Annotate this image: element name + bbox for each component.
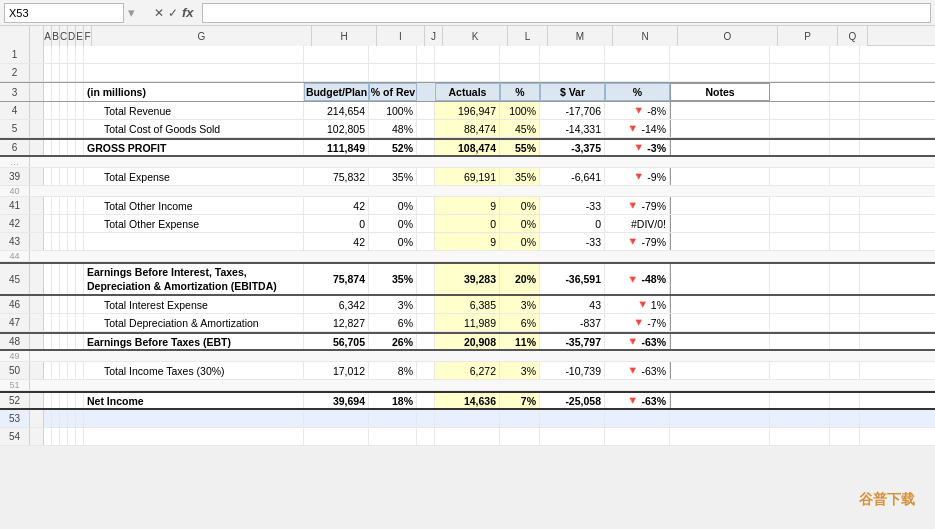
cell-43-bpct[interactable]: 0%	[369, 233, 417, 250]
cell-netincome-budget[interactable]: 39,694	[304, 393, 369, 408]
cell-ebt-var-pct[interactable]: 🔻-63%	[605, 334, 670, 349]
col-c-header[interactable]: C	[60, 26, 68, 46]
add-row-btn-43[interactable]	[30, 233, 44, 250]
cell-grossprofit-bpct[interactable]: 52%	[369, 140, 417, 155]
col-q-header[interactable]: Q	[838, 26, 868, 46]
cell-otherexp-actuals[interactable]: 0	[435, 215, 500, 232]
cell-1-o[interactable]	[670, 46, 770, 63]
cell-1-h[interactable]	[304, 46, 369, 63]
cell-otherinc-var-dollar[interactable]: -33	[540, 197, 605, 214]
col-g-header[interactable]: G	[92, 26, 312, 46]
add-row-btn-4[interactable]	[30, 102, 44, 119]
cell-grossprofit-budget[interactable]: 111,849	[304, 140, 369, 155]
cell-intexp-var-pct[interactable]: 🔻1%	[605, 296, 670, 313]
cell-da-bpct[interactable]: 6%	[369, 314, 417, 331]
cell-ebitda-var-dollar[interactable]: -36,591	[540, 264, 605, 294]
cell-ebt-budget[interactable]: 56,705	[304, 334, 369, 349]
cell-otherexp-bpct[interactable]: 0%	[369, 215, 417, 232]
cell-da-var-dollar[interactable]: -837	[540, 314, 605, 331]
cell-cogs-actuals[interactable]: 88,474	[435, 120, 500, 137]
cell-ebt-apct[interactable]: 11%	[500, 334, 540, 349]
cell-otherexp-budget[interactable]: 0	[304, 215, 369, 232]
add-row-btn-5[interactable]	[30, 120, 44, 137]
cell-otherinc-notes[interactable]	[670, 197, 770, 214]
cell-grossprofit-label[interactable]: GROSS PROFIT	[84, 140, 304, 155]
cell-da-label[interactable]: Total Depreciation & Amortization	[84, 314, 304, 331]
cell-43-var-dollar[interactable]: -33	[540, 233, 605, 250]
add-row-btn-47[interactable]	[30, 314, 44, 331]
formula-input[interactable]	[202, 3, 931, 23]
cancel-icon[interactable]: ✕	[154, 6, 164, 20]
cell-1-p[interactable]	[770, 46, 830, 63]
add-row-btn-42[interactable]	[30, 215, 44, 232]
col-h-header[interactable]: H	[312, 26, 377, 46]
cell-da-var-pct[interactable]: 🔻-7%	[605, 314, 670, 331]
cell-netincome-var-dollar[interactable]: -25,058	[540, 393, 605, 408]
col-j-header[interactable]: J	[425, 26, 443, 46]
cell-totalexp-var-dollar[interactable]: -6,641	[540, 168, 605, 185]
cell-1-c[interactable]	[52, 46, 60, 63]
cell-ebt-notes[interactable]	[670, 334, 770, 349]
cell-ebitda-actuals[interactable]: 39,283	[435, 264, 500, 294]
cell-1-j[interactable]	[417, 46, 435, 63]
cell-1-f[interactable]	[76, 46, 84, 63]
cell-grossprofit-var-pct[interactable]: 🔻-3%	[605, 140, 670, 155]
cell-ebt-actuals[interactable]: 20,908	[435, 334, 500, 349]
cell-netincome-notes[interactable]	[670, 393, 770, 408]
col-o-header[interactable]: O	[678, 26, 778, 46]
cell-intexp-var-dollar[interactable]: 43	[540, 296, 605, 313]
cell-intexp-notes[interactable]	[670, 296, 770, 313]
cell-43-apct[interactable]: 0%	[500, 233, 540, 250]
cell-revenue-budget[interactable]: 214,654	[304, 102, 369, 119]
cell-grossprofit-actuals[interactable]: 108,474	[435, 140, 500, 155]
add-row-btn-41[interactable]	[30, 197, 44, 214]
cell-1-ab[interactable]	[44, 46, 52, 63]
cell-totalexp-apct[interactable]: 35%	[500, 168, 540, 185]
cell-53-g[interactable]	[84, 410, 304, 427]
cell-cogs-apct[interactable]: 45%	[500, 120, 540, 137]
cell-ebitda-apct[interactable]: 20%	[500, 264, 540, 294]
cell-da-apct[interactable]: 6%	[500, 314, 540, 331]
cell-revenue-actuals[interactable]: 196,947	[435, 102, 500, 119]
cell-cogs-var-dollar[interactable]: -14,331	[540, 120, 605, 137]
add-row-btn-39[interactable]	[30, 168, 44, 185]
cell-totalexp-var-pct[interactable]: 🔻-9%	[605, 168, 670, 185]
cell-da-notes[interactable]	[670, 314, 770, 331]
cell-1-k[interactable]	[435, 46, 500, 63]
cell-revenue-notes[interactable]	[670, 102, 770, 119]
cell-tax-apct[interactable]: 3%	[500, 362, 540, 379]
cell-revenue-label[interactable]: Total Revenue	[84, 102, 304, 119]
col-m-header[interactable]: M	[548, 26, 613, 46]
col-p-header[interactable]: P	[778, 26, 838, 46]
cell-tax-var-pct[interactable]: 🔻-63%	[605, 362, 670, 379]
cell-totalexp-bpct[interactable]: 35%	[369, 168, 417, 185]
cell-1-q[interactable]	[830, 46, 860, 63]
cell-cogs-label[interactable]: Total Cost of Goods Sold	[84, 120, 304, 137]
cell-tax-label[interactable]: Total Income Taxes (30%)	[84, 362, 304, 379]
col-e-header[interactable]: E	[76, 26, 84, 46]
name-box[interactable]: X53	[4, 3, 124, 23]
col-n-header[interactable]: N	[613, 26, 678, 46]
cell-totalexp-actuals[interactable]: 69,191	[435, 168, 500, 185]
cell-cogs-notes[interactable]	[670, 120, 770, 137]
cell-otherinc-var-pct[interactable]: 🔻-79%	[605, 197, 670, 214]
col-i-header[interactable]: I	[377, 26, 425, 46]
cell-netincome-actuals[interactable]: 14,636	[435, 393, 500, 408]
cell-totalexp-notes[interactable]	[670, 168, 770, 185]
add-row-btn-53[interactable]	[30, 410, 44, 427]
cell-netincome-var-pct[interactable]: 🔻-63%	[605, 393, 670, 408]
cell-1-d[interactable]	[60, 46, 68, 63]
add-row-btn-45[interactable]	[30, 264, 44, 294]
cell-da-actuals[interactable]: 11,989	[435, 314, 500, 331]
cell-revenue-var-pct[interactable]: 🔻-8%	[605, 102, 670, 119]
cell-tax-budget[interactable]: 17,012	[304, 362, 369, 379]
cell-intexp-bpct[interactable]: 3%	[369, 296, 417, 313]
cell-otherinc-budget[interactable]: 42	[304, 197, 369, 214]
cell-otherexp-var-dollar[interactable]: 0	[540, 215, 605, 232]
cell-2-ab[interactable]	[44, 64, 52, 81]
cell-otherinc-apct[interactable]: 0%	[500, 197, 540, 214]
cell-totalexp-label[interactable]: Total Expense	[84, 168, 304, 185]
add-row-btn-50[interactable]	[30, 362, 44, 379]
cell-intexp-budget[interactable]: 6,342	[304, 296, 369, 313]
cell-1-e[interactable]	[68, 46, 76, 63]
